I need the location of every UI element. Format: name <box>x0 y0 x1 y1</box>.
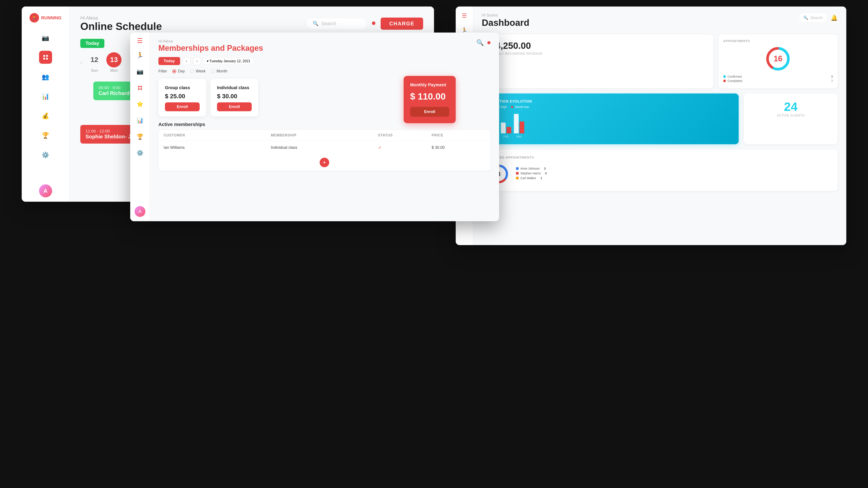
today-badge[interactable]: Today <box>80 39 104 48</box>
pkg-group-title: Group class <box>165 85 199 90</box>
sidebar-item-dollar[interactable]: 💰 <box>39 109 52 122</box>
monthly-payment-card: Monthly Payment $ 110.00 Enroll <box>404 76 456 123</box>
memb-sidebar-chart-icon[interactable]: 📊 <box>134 115 145 126</box>
memberships-window: ☰ 🏃 📷 ⭐ 📊 🏆 ⚙️ A Hi Alexa Memberships an… <box>130 33 499 221</box>
legend-completed: Completed 7 <box>723 79 833 83</box>
dash-main: Hi Sasha Dashboard 🔍 Search 🔔 $ 4,250.00… <box>473 6 846 245</box>
pkg-card-individual: Individual class $ 30.00 Enroll <box>211 79 258 117</box>
memberships-table: CUSTOMER MEMBERSHIP STATUS PRICE Ian Wil… <box>158 130 490 171</box>
bar-feb-label: Feb <box>503 135 509 138</box>
memb-sidebar-settings-icon[interactable]: ⚙️ <box>134 148 145 158</box>
week-label: Week <box>196 69 206 73</box>
bar-mar-label: Mar <box>517 135 522 138</box>
cal-day-sun[interactable]: 12 Sun <box>87 52 102 73</box>
bar-feb-low <box>506 127 511 133</box>
memb-prev-arrow[interactable]: ‹ <box>183 57 190 65</box>
month-low-label: Month low <box>515 105 529 109</box>
search-bar[interactable]: 🔍 Search <box>306 18 367 29</box>
month-label: Month <box>217 69 227 73</box>
schedule-sidebar: 🏃 RUNNING 📷 👥 📊 💰 🏆 ⚙️ A <box>22 6 69 202</box>
week-radio[interactable] <box>190 69 194 73</box>
dash-hamburger-icon[interactable]: ☰ <box>460 11 469 21</box>
sidebar-item-trophy[interactable]: 🏆 <box>39 129 52 142</box>
svg-rect-7 <box>141 88 142 90</box>
bar-group-mar: Mar <box>514 114 524 138</box>
charge-button[interactable]: CHARGE <box>381 18 423 30</box>
user-avatar[interactable]: A <box>39 184 52 197</box>
sidebar-item-people[interactable]: 👥 <box>39 70 52 83</box>
memb-header: Hi Alexa Memberships and Packages 🔍 <box>158 39 490 53</box>
cal-day-num-13[interactable]: 13 <box>106 52 122 67</box>
memb-today-button[interactable]: Today <box>158 57 180 65</box>
bar-chart: Jan Feb <box>488 112 733 138</box>
legend-confirmed: Confirmed 9 <box>723 75 833 78</box>
memb-next-arrow[interactable]: › <box>193 57 201 65</box>
memb-user-avatar[interactable]: A <box>134 206 145 217</box>
deleted-row: 8 Amie Johnson 3 Stephen Harris 4 <box>488 163 832 185</box>
memb-sidebar-grid-icon[interactable] <box>134 83 145 93</box>
memb-date-label: Tuesday January 12, 2021 <box>209 59 250 63</box>
table-header: CUSTOMER MEMBERSHIP STATUS PRICE <box>158 130 490 141</box>
col-status: STATUS <box>378 133 432 137</box>
svg-rect-4 <box>138 86 140 88</box>
revenue-amount: $ 4,250.00 <box>488 40 707 51</box>
memb-sidebar-photo-icon[interactable]: 📷 <box>134 66 145 77</box>
dash-notification-icon[interactable]: 🔔 <box>831 14 838 21</box>
cal-day-num-12[interactable]: 12 <box>87 52 102 67</box>
view-day-option[interactable]: Day <box>172 69 185 73</box>
svg-rect-1 <box>46 55 48 57</box>
del-legend-stephen: Stephen Harris 4 <box>516 171 547 175</box>
view-week-option[interactable]: Week <box>190 69 206 73</box>
cal-day-label-mon: Mon <box>110 68 118 73</box>
chart-title: SCRIPTION EVOLUTION <box>488 100 733 103</box>
dash-hi-greeting: Hi Sasha <box>482 13 529 18</box>
revenue-label: MONTHLY RECURRING REVENUE <box>488 52 707 55</box>
notification-dot <box>372 22 375 26</box>
memb-search-icon[interactable]: 🔍 <box>476 39 484 46</box>
completed-label: Completed <box>727 79 742 83</box>
carl-value: 1 <box>540 176 542 180</box>
active-clients-number: 24 <box>750 100 832 113</box>
dash-page-title: Dashboard <box>482 18 529 28</box>
svg-rect-2 <box>43 58 45 59</box>
memb-sidebar-star-icon[interactable]: ⭐ <box>134 99 145 109</box>
dash-search-bar[interactable]: 🔍 Search <box>799 13 827 23</box>
sidebar-item-schedule[interactable] <box>39 51 52 64</box>
dash-search-placeholder: Search <box>810 15 823 20</box>
svg-rect-6 <box>138 88 140 90</box>
memb-sidebar-run-icon[interactable]: 🏃 <box>134 50 145 61</box>
pkg-individual-enroll-button[interactable]: Enroll <box>217 102 252 111</box>
prev-arrow[interactable]: ‹ <box>80 59 83 66</box>
memb-page-title: Memberships and Packages <box>158 43 263 53</box>
appt-label: APPOINTMENTS <box>723 39 750 43</box>
app-name: RUNNING <box>41 15 61 21</box>
add-membership-button[interactable]: + <box>320 158 329 167</box>
del-legend-amie: Amie Johnson 3 <box>516 167 547 170</box>
view-month-option[interactable]: Month <box>211 69 227 73</box>
sidebar-item-chart[interactable]: 📊 <box>39 90 52 103</box>
sidebar-item-photo[interactable]: 📷 <box>39 31 52 44</box>
monthly-card-price: $ 110.00 <box>410 91 449 102</box>
sidebar-item-settings[interactable]: ⚙️ <box>39 148 52 161</box>
page-title: Online Schedule <box>80 21 162 32</box>
date-nav: Today ‹ › ▾ Tuesday January 12, 2021 <box>158 57 490 65</box>
monthly-enroll-button[interactable]: Enroll <box>410 107 449 117</box>
stephen-dot <box>516 172 519 174</box>
bar-feb-high <box>501 123 506 133</box>
appt-legend: Confirmed 9 Completed 7 <box>723 75 833 84</box>
app-logo: 🏃 RUNNING <box>30 13 61 23</box>
cal-day-mon[interactable]: 13 Mon <box>106 52 122 73</box>
memb-hamburger-icon[interactable]: ☰ <box>137 37 143 44</box>
day-radio[interactable] <box>172 69 176 73</box>
svg-rect-0 <box>43 55 45 57</box>
memb-date-dropdown[interactable]: ▾ Tuesday January 12, 2021 <box>204 58 254 64</box>
pkg-card-group: Group class $ 25.00 Enroll <box>158 79 206 117</box>
month-radio[interactable] <box>211 69 215 73</box>
dash-chart-row: SCRIPTION EVOLUTION Month high Month low <box>482 94 838 144</box>
svg-rect-5 <box>141 86 142 88</box>
deleted-title: DELETED APPOINTMENTS <box>488 156 832 159</box>
memb-sidebar-trophy-icon[interactable]: 🏆 <box>134 131 145 142</box>
pkg-group-enroll-button[interactable]: Enroll <box>165 102 199 111</box>
monitor: 🏃 RUNNING 📷 👥 📊 💰 🏆 ⚙️ A Hi Alexa Online… <box>11 6 857 479</box>
completed-value: 7 <box>831 79 833 83</box>
